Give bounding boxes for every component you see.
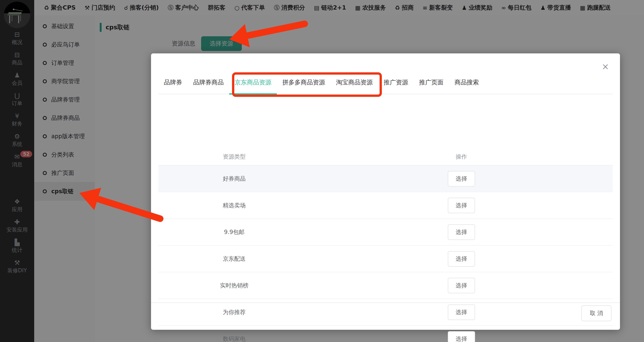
tab-pdd-goods-resource[interactable]: 拼多多商品资源 [277,78,330,95]
table-row: 实时热销榜 选择 [158,272,613,299]
resource-type-cell: 实时热销榜 [158,282,310,289]
tab-brand-coupon-goods[interactable]: 品牌券商品 [188,78,229,95]
table-row: 9.9包邮 选择 [158,219,613,246]
choose-button[interactable]: 选择 [448,331,475,342]
select-resource-dialog: × 品牌券 品牌券商品 京东商品资源 拼多多商品资源 淘宝商品资源 推广资源 推… [151,53,620,330]
table-header: 资源类型 操作 [158,148,613,165]
choose-button[interactable]: 选择 [448,251,475,267]
choose-button[interactable]: 选择 [448,198,475,213]
footer-divider [151,302,620,303]
resource-type-cell: 数码家电 [158,335,310,342]
column-header-action: 操作 [310,153,613,160]
choose-button[interactable]: 选择 [448,278,475,293]
resource-tabs: 品牌券 品牌券商品 京东商品资源 拼多多商品资源 淘宝商品资源 推广资源 推广页… [158,78,613,94]
tab-taobao-goods-resource[interactable]: 淘宝商品资源 [330,78,378,95]
resource-type-cell: 精选卖场 [158,202,310,209]
choose-button[interactable]: 选择 [448,171,475,187]
resource-table: 资源类型 操作 好券商品 选择 精选卖场 选择 9.9包邮 选择 京东配送 选择… [158,148,613,342]
resource-type-cell: 为你推荐 [158,308,310,316]
column-header-resource-type: 资源类型 [158,153,310,160]
resource-type-cell: 9.9包邮 [158,228,310,236]
choose-button[interactable]: 选择 [448,224,475,240]
tab-brand-coupon[interactable]: 品牌券 [158,78,188,95]
table-row: 好券商品 选择 [158,165,613,192]
table-row: 京东配送 选择 [158,246,613,272]
resource-type-cell: 京东配送 [158,255,310,263]
resource-type-cell: 好券商品 [158,175,310,183]
close-icon[interactable]: × [602,62,609,71]
choose-button[interactable]: 选择 [448,304,475,320]
tab-goods-search[interactable]: 商品搜索 [449,78,484,95]
table-row: 为你推荐 选择 [158,299,613,326]
tab-jd-goods-resource[interactable]: 京东商品资源 [229,78,277,95]
table-row: 精选卖场 选择 [158,192,613,219]
table-row: 数码家电 选择 [158,326,613,342]
tab-promo-resource[interactable]: 推广资源 [378,78,414,95]
tab-promo-page[interactable]: 推广页面 [414,78,449,95]
cancel-button[interactable]: 取 消 [581,305,612,321]
